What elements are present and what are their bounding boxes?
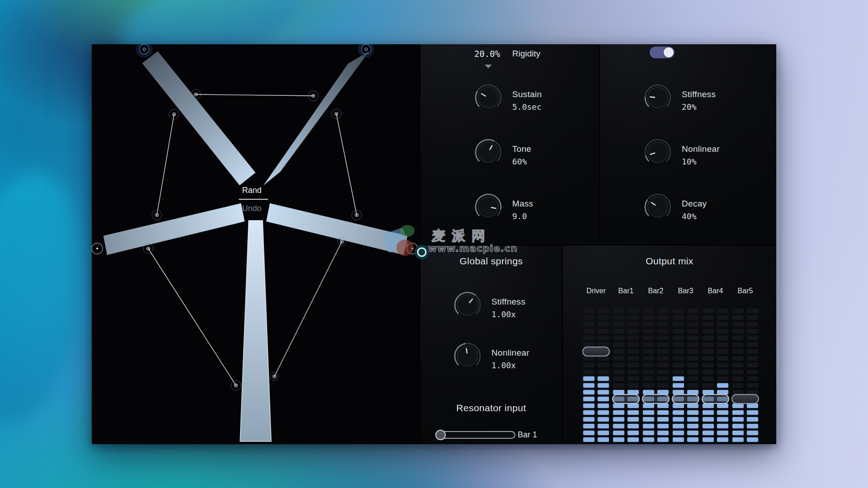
meter-segment [732, 336, 744, 340]
meter-segment [717, 329, 728, 333]
meter-segment [627, 404, 639, 408]
resonator-input-slider[interactable] [435, 431, 515, 439]
meter-segment [687, 431, 698, 435]
global-springs-title: Global springs [420, 256, 562, 267]
decay-knob[interactable] [644, 193, 672, 221]
meter-segment [732, 417, 744, 422]
meter-segment [703, 309, 714, 313]
meter-segment [732, 309, 744, 313]
mix-fader-driver[interactable] [583, 309, 609, 442]
meter-segment [583, 404, 594, 408]
mix-channel-label: Bar5 [732, 287, 758, 295]
meter-segment [673, 336, 684, 340]
sustain-knob[interactable] [474, 84, 502, 112]
meter-segment [657, 424, 669, 428]
mix-fader-handle[interactable] [582, 347, 610, 357]
mix-fader-handle[interactable] [702, 394, 729, 404]
undo-button[interactable]: Undo [229, 204, 274, 213]
fabric-fold [0, 165, 99, 432]
meter-segment [673, 417, 684, 422]
rand-undo-divider [239, 199, 268, 200]
meter-segment [598, 404, 609, 408]
meter-segment [747, 309, 758, 313]
bars-and-springs-canvas[interactable] [92, 44, 420, 444]
meter-segment [703, 437, 714, 442]
stiffness-knob[interactable] [644, 84, 672, 112]
meter-segment [703, 376, 714, 381]
meter-segment [627, 309, 639, 313]
meter-segment [583, 431, 594, 435]
mix-fader-bar1[interactable] [613, 309, 639, 442]
meter-segment [717, 363, 728, 367]
mix-fader-bar2[interactable] [643, 309, 669, 442]
bar-bottom-left[interactable] [104, 203, 245, 255]
meter-segment [747, 315, 758, 320]
rigidity-value[interactable]: 20.0% [474, 49, 500, 59]
rand-button[interactable]: Rand [229, 186, 274, 195]
rigidity-drag-arrow-icon[interactable] [485, 65, 492, 68]
gs-stiffness-value: 1.00x [491, 309, 525, 320]
mix-fader-handle[interactable] [642, 394, 670, 404]
toggle-knob [664, 47, 674, 57]
meter-segment [613, 356, 624, 361]
bar-top-left[interactable] [142, 52, 255, 185]
mix-fader-bar3[interactable] [673, 309, 698, 442]
resonator-input-value: Bar 1 [518, 430, 537, 440]
meter-segment [627, 383, 639, 388]
meter-segment [643, 424, 654, 428]
meter-segment [747, 383, 758, 388]
mix-fader-handle[interactable] [612, 394, 640, 404]
tone-knob[interactable] [474, 138, 502, 166]
mix-fader-handle[interactable] [672, 394, 699, 404]
meter-segment [703, 431, 714, 435]
resonator-input-slider-handle[interactable] [435, 430, 446, 440]
meter-segment [717, 343, 728, 347]
meter-segment [613, 410, 624, 415]
meter-segment [583, 315, 594, 320]
gs-stiffness-knob[interactable] [453, 291, 481, 319]
meter-segment [703, 417, 714, 422]
bar-bottom-right[interactable] [266, 203, 407, 255]
meter-segment [583, 383, 594, 388]
meter-segment [657, 356, 669, 361]
meter-segment [613, 424, 624, 428]
meter-segment [732, 431, 744, 435]
bar-bottom-vertical[interactable] [240, 221, 271, 441]
mix-fader-handle[interactable] [731, 394, 759, 404]
meter-segment [703, 349, 714, 354]
meter-segment [643, 349, 654, 354]
anchor-node[interactable] [137, 44, 151, 56]
sustain-control: Sustain 5.0sec [474, 84, 583, 112]
meter-segment [583, 390, 594, 394]
meter-segment [643, 370, 654, 374]
meter-segment [627, 410, 639, 415]
meter-segment [613, 376, 624, 381]
bar-top-right[interactable] [264, 52, 369, 185]
meter-segment [747, 329, 758, 333]
meter-segment [613, 383, 624, 388]
meter-segment [643, 356, 654, 361]
meter-segment [598, 329, 609, 333]
meter-segment [583, 336, 594, 340]
meter-segment [732, 363, 744, 367]
meter-segment [673, 315, 684, 320]
material-toggle[interactable] [650, 47, 675, 58]
nonlinear-knob[interactable] [644, 138, 672, 166]
meter-segment [598, 376, 609, 381]
edge-node[interactable] [92, 243, 103, 254]
edge-node[interactable] [407, 243, 418, 254]
gs-nonlinear-knob[interactable] [453, 342, 481, 370]
meter-segment [627, 329, 639, 333]
meter-segment [598, 363, 609, 367]
meter-segment [627, 417, 639, 422]
meter-segment [673, 356, 684, 361]
anchor-node[interactable] [359, 44, 373, 56]
resonator-visualization-panel[interactable]: Rand Undo [92, 44, 420, 444]
sustain-value: 5.0sec [512, 102, 542, 113]
mix-fader-bar4[interactable] [703, 309, 728, 442]
mix-fader-bar5[interactable] [732, 309, 758, 442]
meter-segment [598, 309, 609, 313]
meter-segment [673, 431, 684, 435]
meter-segment [747, 437, 758, 442]
mass-knob[interactable] [474, 193, 502, 221]
